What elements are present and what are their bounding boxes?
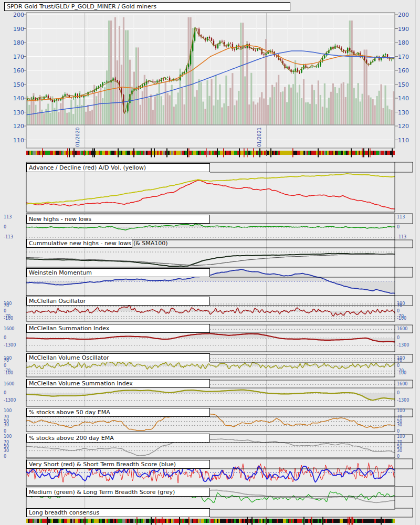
long-breadth-strip-segment xyxy=(176,519,177,523)
volume-bar xyxy=(198,79,200,125)
candle-body xyxy=(196,28,197,29)
volume-bar xyxy=(196,90,197,125)
volume-bar xyxy=(91,110,93,125)
volume-bar xyxy=(135,47,137,125)
volume-bar xyxy=(85,112,87,125)
market-consensus-strip-segment xyxy=(129,151,130,155)
market-consensus-strip-segment xyxy=(114,151,116,155)
volume-bar xyxy=(393,91,394,125)
long-breadth-strip-segment xyxy=(285,519,286,523)
volume-bar xyxy=(208,96,210,125)
mcclellan-volume-summation-title-box[interactable]: McClellan Volume Summation Index xyxy=(26,379,210,388)
cumulative-new-highs-title-box[interactable]: Cummulative new highs - new lows xyxy=(26,239,132,248)
long-breadth-strip-tick xyxy=(151,517,152,525)
candle-body xyxy=(104,82,105,83)
pct-above-200ema-title-box[interactable]: % stocks above 200 day EMA xyxy=(26,434,210,443)
market-consensus-strip-segment xyxy=(157,151,159,155)
market-consensus-strip-segment xyxy=(179,151,181,155)
volume-bar xyxy=(303,79,304,125)
market-consensus-strip-segment xyxy=(307,151,308,155)
volume-bar xyxy=(133,72,135,125)
long-breadth-strip-segment xyxy=(255,519,256,523)
volume-bar xyxy=(370,98,372,125)
candle-body xyxy=(106,81,107,82)
candle-body xyxy=(316,67,317,67)
volume-bar xyxy=(37,112,38,125)
long-breadth-strip-segment xyxy=(91,519,92,523)
volume-bar xyxy=(217,100,218,125)
market-consensus-strip-segment xyxy=(173,151,174,155)
long-breadth-strip-tick xyxy=(247,517,248,525)
market-consensus-strip-segment xyxy=(127,151,129,155)
market-consensus-strip-segment xyxy=(229,151,231,155)
candle-body xyxy=(301,69,302,73)
market-consensus-strip-tick xyxy=(392,149,393,158)
long-breadth-strip-segment xyxy=(190,519,192,523)
market-consensus-strip-segment xyxy=(121,151,122,155)
market-consensus-strip-segment xyxy=(233,151,234,155)
market-consensus-strip-segment xyxy=(250,151,251,155)
volume-bar xyxy=(146,81,148,125)
market-consensus-strip-segment xyxy=(132,151,133,155)
market-consensus-strip-segment xyxy=(393,151,395,155)
market-consensus-strip-tick-red xyxy=(223,149,224,158)
mcclellan-summation-title-box[interactable]: McClellan Summation Index xyxy=(26,324,210,333)
pct-above-50ema-title-box[interactable]: % stocks above 50 day EMA xyxy=(26,408,210,417)
market-consensus-strip-segment xyxy=(234,151,236,155)
long-breadth-strip-segment xyxy=(368,519,370,523)
long-breadth-strip-segment xyxy=(193,519,195,523)
candle-body xyxy=(240,47,242,48)
market-consensus-strip-segment xyxy=(204,151,206,155)
long-breadth-strip-segment xyxy=(239,519,240,523)
mcclellan-oscillator-title-box[interactable]: McClellan Oscillator xyxy=(26,297,210,306)
long-breadth-strip-segment xyxy=(48,519,50,523)
long-breadth-strip-segment xyxy=(45,519,47,523)
advance-decline-title-box[interactable]: Advance / Decline (red) A/D Vol. (yellow… xyxy=(26,163,210,172)
candle-body xyxy=(73,98,74,98)
candle-body xyxy=(213,41,214,45)
volume-bar xyxy=(204,109,206,125)
market-consensus-strip-segment xyxy=(313,151,314,155)
volume-bar xyxy=(372,99,374,125)
market-consensus-strip-segment xyxy=(231,151,233,155)
volume-bar xyxy=(96,96,97,125)
mcclellan-volume-oscillator-tick-right: 70 xyxy=(397,359,402,363)
mcclellan-volume-summation-tick-right: 1600 xyxy=(397,382,407,386)
long-breadth-consensus-title-box[interactable]: Long breadth consensus xyxy=(26,508,210,517)
candle-body xyxy=(349,48,350,51)
market-consensus-strip-segment xyxy=(343,151,344,155)
volume-bar xyxy=(362,94,363,125)
candle-body xyxy=(351,50,352,51)
market-consensus-strip-segment xyxy=(100,151,102,155)
medium-long-breadth-title-box[interactable]: Medium (green) & Long Term Breadth Score… xyxy=(26,488,210,497)
market-consensus-strip-segment xyxy=(152,151,154,155)
market-consensus-strip-segment xyxy=(55,151,56,155)
new-highs-lows-title-box[interactable]: New highs - new lows xyxy=(26,215,210,224)
market-consensus-strip-segment xyxy=(81,151,83,155)
long-breadth-strip-tick xyxy=(303,517,304,525)
long-breadth-strip-segment xyxy=(97,519,99,523)
volume-bar xyxy=(202,102,204,125)
volume-bar xyxy=(117,60,118,125)
long-breadth-strip-segment xyxy=(185,519,187,523)
candle-body xyxy=(337,46,338,47)
volume-bar xyxy=(288,85,290,125)
long-breadth-strip-segment xyxy=(182,519,184,523)
market-consensus-strip-segment xyxy=(302,151,303,155)
price-label-right: 120 xyxy=(398,123,409,130)
charts-canvas[interactable] xyxy=(0,0,420,525)
long-breadth-strip-segment xyxy=(119,519,121,523)
long-breadth-strip-segment xyxy=(64,519,66,523)
long-breadth-consensus-title: Long breadth consensus xyxy=(29,509,99,516)
market-consensus-strip-segment xyxy=(308,151,310,155)
mcclellan-volume-oscillator-title-box[interactable]: McClellan Volume Oscillator xyxy=(26,353,210,362)
long-breadth-strip-segment xyxy=(141,519,143,523)
long-breadth-strip-segment xyxy=(103,519,105,523)
long-breadth-strip-tick xyxy=(381,517,382,525)
long-breadth-strip-segment xyxy=(236,519,237,523)
long-breadth-strip-segment xyxy=(92,519,94,523)
short-term-breadth-title-box[interactable]: Very Short (red) & Short Term Breadth Sc… xyxy=(26,460,210,469)
market-consensus-strip-segment xyxy=(203,151,204,155)
long-breadth-strip-segment xyxy=(307,519,308,523)
weinstein-momentum-title-box[interactable]: Weinstein Momentum xyxy=(26,268,210,277)
